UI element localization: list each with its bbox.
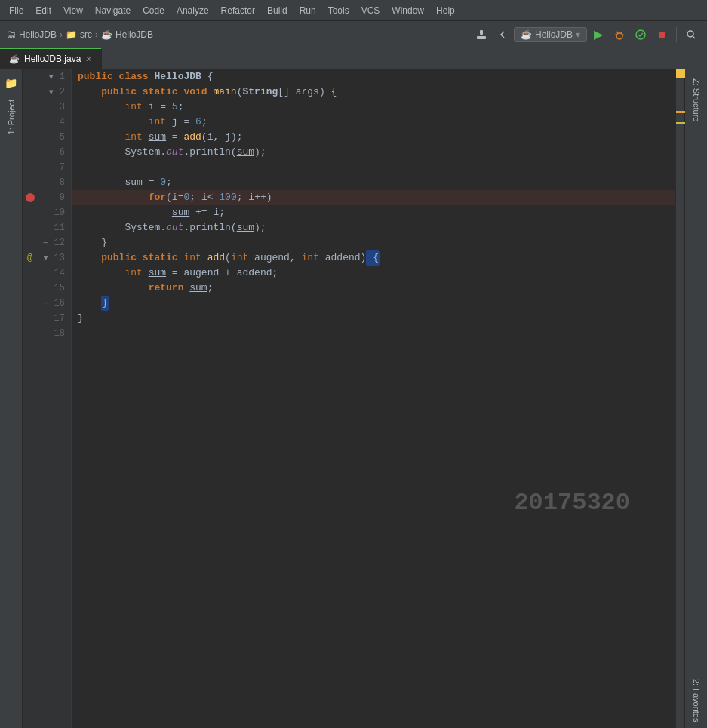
line-num-10: 10 xyxy=(54,207,65,218)
left-sidebar: 📁 1: Project xyxy=(0,69,23,728)
eq-14: = xyxy=(166,266,183,281)
breadcrumb-file[interactable]: ☕ HelloJDB xyxy=(101,29,153,40)
code-line-9: for(i=0; i< 100; i++) xyxy=(72,190,675,205)
folder-icon: 📁 xyxy=(66,29,77,40)
coverage-button[interactable] xyxy=(631,25,650,45)
code-line-1: public class HelloJDB { xyxy=(72,69,675,84)
gutter-line-9: 9 xyxy=(23,190,71,205)
semi-8: ; xyxy=(166,175,172,190)
back-button[interactable] xyxy=(493,25,512,45)
menu-edit[interactable]: Edit xyxy=(29,2,57,19)
right-scrollbar[interactable] xyxy=(675,69,684,728)
fold-16[interactable]: ─ xyxy=(41,298,51,309)
eq-9: = xyxy=(178,190,184,205)
code-line-15: return sum; xyxy=(72,281,675,296)
code-line-12: } xyxy=(72,235,675,250)
tab-close-button[interactable]: ✕ xyxy=(85,54,92,64)
var-i-9: i xyxy=(172,190,178,205)
kw-public-1: public xyxy=(78,69,119,84)
fold-12[interactable]: ─ xyxy=(41,238,51,248)
debug-button[interactable] xyxy=(610,25,629,45)
indent-14 xyxy=(78,266,124,281)
menu-help[interactable]: Help xyxy=(430,2,461,19)
menu-navigate[interactable]: Navigate xyxy=(89,2,137,19)
sys-println-11: .println( xyxy=(183,220,236,235)
line-num-11: 11 xyxy=(54,223,65,233)
menu-run[interactable]: Run xyxy=(294,2,322,19)
watermark: 20175320 xyxy=(514,489,630,517)
tab-hellojdb[interactable]: ☕ HelloJDB.java ✕ xyxy=(0,48,102,69)
paren-open-2: ( xyxy=(237,84,243,100)
breakpoint-dot-9[interactable] xyxy=(26,193,35,202)
fold-13[interactable]: ▼ xyxy=(41,253,51,263)
menu-view[interactable]: View xyxy=(57,2,89,19)
arg-j: j xyxy=(225,130,231,145)
search-everywhere-button[interactable] xyxy=(681,25,701,45)
inc-9: ++) xyxy=(254,190,272,205)
indent-16 xyxy=(78,296,101,311)
build-artifacts-button[interactable] xyxy=(472,25,491,45)
breadcrumb-src[interactable]: 📁 src xyxy=(66,29,92,40)
param-addend-14: addend xyxy=(237,266,272,281)
code-line-8: sum = 0; xyxy=(72,175,675,190)
line-num-13: 13 xyxy=(54,253,65,263)
paren-close-6: ); xyxy=(254,145,266,160)
gutter-line-18: 18 xyxy=(23,326,71,341)
indent-15 xyxy=(78,281,149,296)
breadcrumb-hellojdb[interactable]: 🗂 HelloJDB xyxy=(6,29,57,40)
num-6: 6 xyxy=(195,115,201,130)
favorites-label[interactable]: 2: Favorites xyxy=(689,673,704,728)
code-line-5: int sum = add(i, j); xyxy=(72,130,675,145)
indent-4 xyxy=(78,115,149,130)
menu-refactor[interactable]: Refactor xyxy=(215,2,261,19)
scrollbar-mark-1 xyxy=(676,111,685,113)
gutter-line-8: 8 xyxy=(23,175,71,190)
menu-file[interactable]: File xyxy=(3,2,29,19)
run-config-icon: ☕ xyxy=(521,29,532,40)
code-line-18 xyxy=(72,326,675,341)
menu-window[interactable]: Window xyxy=(386,2,430,19)
comma-13: , xyxy=(290,250,302,266)
var-sum-15: sum xyxy=(189,281,207,296)
paren-5: ( xyxy=(201,130,207,145)
run-config-selector[interactable]: ☕ HelloJDB ▾ xyxy=(514,27,587,42)
gutter-line-13: @ ▼ 13 xyxy=(23,250,71,266)
sidebar-folder-icon[interactable]: 📁 xyxy=(2,74,20,92)
scrollbar-mark-2 xyxy=(676,122,685,124)
scrollbar-top-box xyxy=(676,69,685,78)
structure-label[interactable]: Z: Structure xyxy=(689,72,704,127)
menu-build[interactable]: Build xyxy=(261,2,294,19)
num-0-8: 0 xyxy=(160,175,166,190)
paren-13a: ( xyxy=(225,250,231,266)
bracket-2: [] xyxy=(278,84,295,100)
indent-2 xyxy=(78,84,101,100)
sys-out-11: out xyxy=(166,220,183,235)
tab-label: HelloJDB.java xyxy=(24,54,81,64)
menu-vcs[interactable]: VCS xyxy=(355,2,386,19)
kw-int-13b: int xyxy=(231,250,254,266)
kw-void: void xyxy=(183,84,213,100)
editor-gutter: ▼ 1 ▼ 2 3 4 5 6 7 8 xyxy=(23,69,72,728)
fold-2[interactable]: ▼ xyxy=(46,87,57,97)
sys-println-6: .println( xyxy=(183,145,236,160)
var-i: i xyxy=(149,100,161,115)
brace-close-17: } xyxy=(78,311,84,326)
gutter-line-2: ▼ 2 xyxy=(23,84,71,100)
num-100: 100 xyxy=(219,190,236,205)
menu-tools[interactable]: Tools xyxy=(322,2,355,19)
kw-int-14: int xyxy=(124,266,148,281)
kw-int-13c: int xyxy=(302,250,325,266)
menu-code[interactable]: Code xyxy=(137,2,171,19)
stop-button[interactable] xyxy=(652,25,672,45)
gutter-line-6: 6 xyxy=(23,145,71,160)
sidebar-project-label[interactable]: 1: Project xyxy=(4,94,19,140)
menu-analyze[interactable]: Analyze xyxy=(171,2,215,19)
line-num-8: 8 xyxy=(60,177,65,188)
eq-5: = xyxy=(166,130,183,145)
toolbar-nav-section: 🗂 HelloJDB › 📁 src › ☕ HelloJDB xyxy=(6,29,153,40)
svg-point-5 xyxy=(687,31,693,37)
var-sum-10: sum xyxy=(172,205,189,220)
fold-1[interactable]: ▼ xyxy=(46,72,57,82)
editor-area[interactable]: public class HelloJDB { public static vo… xyxy=(72,69,675,728)
run-button[interactable]: ▶ xyxy=(589,25,608,45)
